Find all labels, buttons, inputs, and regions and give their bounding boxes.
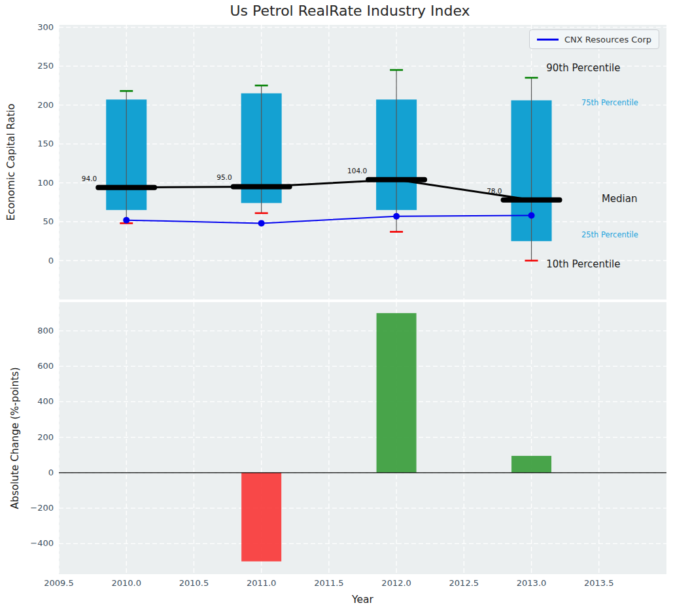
change-bar (377, 313, 417, 473)
median-value-label: 104.0 (328, 167, 367, 175)
y-tick-label: 200 (22, 100, 54, 110)
x-tick-label: 2010.5 (173, 578, 215, 588)
y-tick-label: 0 (22, 468, 54, 477)
company-point (258, 220, 265, 226)
percentile-annotation: 90th Percentile (546, 62, 620, 74)
legend-line-sample (537, 39, 559, 41)
x-tick-label: 2012.5 (443, 578, 485, 588)
company-point (528, 213, 535, 219)
x-tick-label: 2009.5 (38, 578, 80, 588)
y-tick-label: 400 (22, 396, 54, 406)
y-tick-label: 600 (22, 361, 54, 371)
company-point (123, 217, 129, 224)
percentile-annotation: Median (602, 193, 638, 205)
y-axis-label-top: Economic Capital Ratio (5, 25, 17, 299)
company-point (393, 213, 400, 220)
bottom-axes (59, 302, 666, 574)
x-tick-label: 2010.0 (105, 578, 147, 588)
y-tick-label: 50 (22, 216, 54, 226)
y-tick-label: 150 (22, 139, 54, 148)
legend-label: CNX Resources Corp (564, 35, 651, 44)
y-tick-label: 250 (22, 61, 54, 71)
y-tick-label: 300 (22, 22, 54, 32)
median-value-label: 95.0 (193, 173, 232, 181)
chart-title: Us Petrol RealRate Industry Index (33, 3, 667, 19)
percentile-annotation: 10th Percentile (546, 258, 620, 270)
x-tick-label: 2011.5 (308, 578, 350, 588)
y-tick-label: −400 (22, 538, 54, 548)
x-tick-label: 2013.0 (511, 578, 553, 588)
y-axis-label-bottom: Absolute Change (%-points) (9, 302, 21, 574)
change-bar (511, 456, 551, 473)
x-tick-label: 2013.5 (578, 578, 620, 588)
y-tick-label: 0 (22, 256, 54, 265)
y-tick-label: −200 (22, 503, 54, 513)
y-tick-label: 200 (22, 432, 54, 442)
median-value-label: 78.0 (463, 187, 502, 195)
percentile-annotation: 25th Percentile (581, 230, 638, 239)
x-tick-label: 2011.0 (241, 578, 283, 588)
change-bar (241, 473, 281, 562)
bottom-axes-canvas (59, 302, 666, 574)
x-axis-label: Year (59, 594, 666, 606)
y-tick-label: 100 (22, 178, 54, 188)
figure: Us Petrol RealRate Industry Index Econom… (0, 0, 673, 616)
percentile-annotation: 75th Percentile (581, 98, 638, 107)
median-value-label: 94.0 (58, 175, 97, 182)
x-tick-label: 2012.0 (375, 578, 417, 588)
legend: CNX Resources Corp (529, 29, 659, 49)
y-tick-label: 800 (22, 326, 54, 335)
